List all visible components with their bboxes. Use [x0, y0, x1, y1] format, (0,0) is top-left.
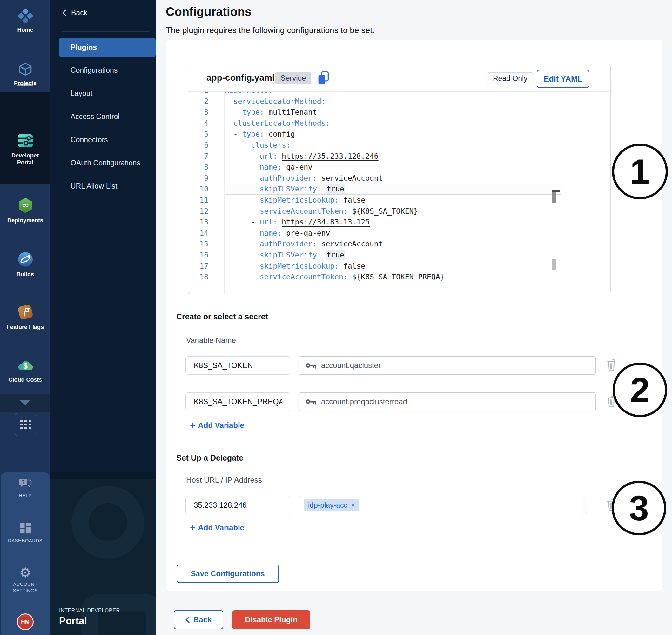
feature-flags-icon	[17, 304, 34, 321]
annotation-marker-1: 1	[612, 144, 668, 199]
secret-value: account.preqaclusterread	[321, 397, 407, 406]
annotation-marker-3: 3	[612, 481, 666, 535]
projects-icon	[18, 62, 33, 77]
key-icon	[305, 362, 317, 369]
plus-icon: +	[190, 421, 196, 430]
sidebar-item-deployments[interactable]: ∞ Deployments	[0, 197, 50, 224]
submenu-item-connectors[interactable]: Connectors	[50, 128, 156, 151]
svg-text:$: $	[23, 361, 28, 370]
variable-name-input-1[interactable]	[186, 356, 290, 375]
sidebar-item-label: Builds	[0, 271, 50, 278]
submenu-item-configurations[interactable]: Configurations	[50, 59, 156, 82]
secret-select-1[interactable]: account.qacluster	[299, 356, 596, 375]
disable-plugin-button[interactable]: Disable Plugin	[232, 610, 310, 629]
add-variable-label: Add Variable	[198, 523, 244, 532]
sidebar-item-label: ACCOUNT SETTINGS	[8, 581, 43, 594]
line-number: 4	[189, 118, 208, 129]
page-subtitle: The plugin requires the following config…	[166, 25, 375, 35]
back-button-label: Back	[193, 615, 212, 624]
code-line-4: 4 clusterLocatorMethods:	[189, 118, 610, 129]
delegate-tag-label: idp-play-acc	[308, 501, 347, 509]
sidebar-item-projects[interactable]: Projects	[0, 62, 50, 87]
save-configurations-button[interactable]: Save Configurations	[177, 565, 279, 583]
code-line-14: 14 name: pre-qa-env	[189, 228, 610, 239]
line-number: 10	[189, 183, 208, 195]
submenu-item-oauth-configurations[interactable]: OAuth Configurations	[50, 151, 156, 175]
add-variable-button-secrets[interactable]: + Add Variable	[190, 421, 244, 430]
back-button[interactable]: Back	[174, 610, 223, 629]
brand-eyebrow: INTERNAL DEVELOPER	[59, 608, 120, 613]
yaml-code-area[interactable]: 1kubernetes:2 serviceLocatorMethod:3 typ…	[189, 92, 610, 294]
sidebar-item-feature-flags[interactable]: Feature Flags	[0, 304, 50, 330]
secret-select-2[interactable]: account.preqaclusterread	[299, 392, 596, 411]
submenu-item-layout[interactable]: Layout	[50, 82, 156, 105]
chevron-down-icon[interactable]	[20, 400, 30, 406]
line-number: 12	[189, 206, 208, 217]
code-line-13: 13 - url: https://34.83.13.125	[189, 217, 610, 228]
edit-yaml-button[interactable]: Edit YAML	[537, 70, 589, 88]
developer-portal-icon	[17, 132, 34, 149]
grid-icon	[20, 420, 31, 430]
cloud-costs-icon: $	[17, 356, 34, 373]
add-variable-button-delegate[interactable]: + Add Variable	[190, 523, 244, 532]
home-icon	[18, 8, 33, 23]
read-only-badge: Read Only	[486, 72, 534, 85]
sidebar-item-builds[interactable]: Builds	[0, 251, 50, 278]
deployments-icon: ∞	[17, 197, 34, 214]
dashboards-icon	[19, 522, 32, 535]
module-grid-button[interactable]	[15, 413, 36, 436]
back-nav-label: Back	[71, 8, 87, 17]
sidebar-item-label: Home	[0, 26, 50, 33]
line-number: 17	[189, 261, 208, 272]
code-line-15: 15 authProvider: serviceAccount	[189, 238, 610, 249]
avatar-initials: HM	[21, 619, 29, 625]
annotation-marker-2: 2	[613, 363, 667, 417]
secret-value: account.qacluster	[321, 361, 381, 370]
sidebar-item-dashboards[interactable]: DASHBOARDS	[0, 522, 50, 544]
sidebar-item-account-settings[interactable]: ⚙ ACCOUNT SETTINGS	[0, 566, 50, 594]
code-line-11: 11 skipMetricsLookup: false	[189, 195, 610, 206]
delegate-heading: Set Up a Delegate	[176, 453, 243, 463]
editor-scrollbar-thumb-2[interactable]	[552, 259, 556, 270]
line-number: 9	[189, 173, 208, 184]
help-icon: ?	[18, 477, 33, 489]
sidebar-item-label: Projects	[0, 80, 50, 87]
copy-icon	[317, 71, 330, 85]
sidebar-item-label: Developer Portal	[6, 152, 44, 166]
back-nav[interactable]: Back	[62, 6, 126, 20]
user-avatar[interactable]: HM	[17, 613, 34, 630]
delete-variable-button-1[interactable]	[606, 358, 617, 372]
sidebar-item-cloud-costs[interactable]: $ Cloud Costs	[0, 356, 50, 383]
chevron-left-icon	[186, 616, 190, 623]
code-line-17: 17 skipMetricsLookup: false	[189, 261, 610, 272]
remove-tag-icon[interactable]: ✕	[351, 502, 355, 509]
brand-area-strip	[50, 473, 156, 479]
add-variable-label: Add Variable	[198, 421, 244, 430]
yaml-editor-card: app-config.yaml Service Read Only Edit Y…	[188, 64, 611, 294]
brand-title: Portal	[59, 615, 87, 627]
code-line-16: 16 skipTLSVerify: true	[189, 249, 610, 261]
editor-scrollbar-thumb[interactable]	[552, 192, 556, 203]
delegate-tag-chip: idp-play-acc ✕	[304, 499, 359, 511]
code-line-2: 2 serviceLocatorMethod:	[189, 96, 610, 107]
decorative-square	[81, 594, 156, 635]
variable-name-input-2[interactable]	[186, 392, 290, 411]
svg-text:?: ?	[21, 479, 24, 484]
sidebar-item-developer-portal[interactable]: Developer Portal	[0, 132, 50, 166]
copy-button[interactable]	[317, 71, 330, 85]
line-number: 2	[189, 96, 208, 107]
delegate-tags-field[interactable]: idp-play-acc ✕	[299, 496, 587, 514]
code-line-7: 7 - url: https://35.233.128.246	[189, 151, 610, 162]
submenu-item-url-allow-list[interactable]: URL Allow List	[50, 175, 156, 198]
app-window: Home Projects	[0, 0, 672, 635]
sidebar-item-home[interactable]: Home	[0, 8, 50, 33]
code-line-3: 3 type: multiTenant	[189, 107, 610, 118]
sidebar-item-help[interactable]: ? HELP	[0, 477, 50, 499]
sidebar-item-label: DASHBOARDS	[0, 538, 50, 544]
line-number: 8	[189, 161, 208, 173]
code-line-12: 12 serviceAccountToken: ${K8S_SA_TOKEN}	[189, 206, 610, 217]
submenu-item-plugins[interactable]: Plugins	[59, 38, 156, 57]
yaml-filename: app-config.yaml	[207, 73, 275, 83]
host-url-input[interactable]	[186, 496, 290, 514]
submenu-item-access-control[interactable]: Access Control	[50, 105, 156, 128]
